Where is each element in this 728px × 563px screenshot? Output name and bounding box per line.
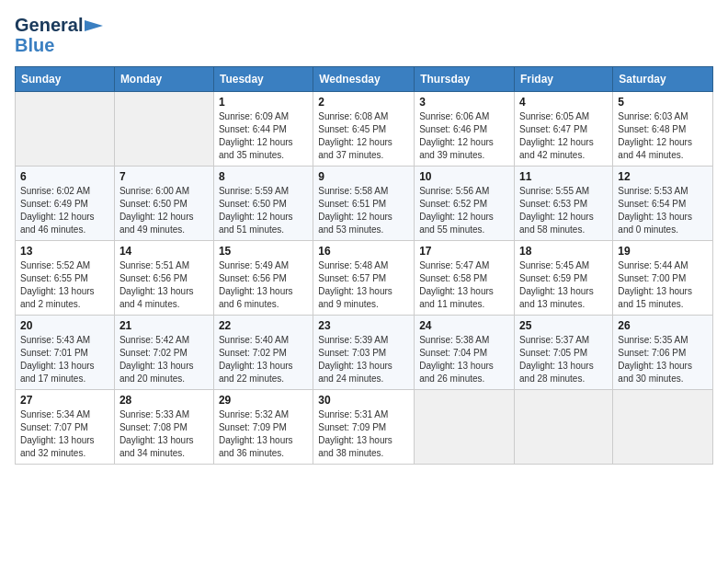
day-info: Sunrise: 5:53 AM Sunset: 6:54 PM Dayligh… [618,185,708,236]
day-info: Sunrise: 5:43 AM Sunset: 7:01 PM Dayligh… [20,334,109,385]
day-number: 10 [419,170,509,183]
day-cell [613,390,713,465]
day-cell: 6Sunrise: 6:02 AM Sunset: 6:49 PM Daylig… [16,167,115,241]
svg-marker-0 [85,20,103,31]
day-info: Sunrise: 5:40 AM Sunset: 7:02 PM Dayligh… [219,334,308,385]
day-number: 24 [419,319,509,332]
day-info: Sunrise: 5:44 AM Sunset: 7:00 PM Dayligh… [618,259,708,311]
col-header-saturday: Saturday [613,67,713,92]
day-number: 30 [318,394,409,407]
day-info: Sunrise: 5:35 AM Sunset: 7:06 PM Dayligh… [618,334,708,385]
day-cell: 7Sunrise: 6:00 AM Sunset: 6:50 PM Daylig… [114,167,213,241]
day-info: Sunrise: 5:34 AM Sunset: 7:07 PM Dayligh… [20,408,109,460]
col-header-wednesday: Wednesday [313,67,415,92]
day-info: Sunrise: 5:52 AM Sunset: 6:55 PM Dayligh… [20,259,109,311]
day-cell: 24Sunrise: 5:38 AM Sunset: 7:04 PM Dayli… [415,316,515,390]
day-cell: 28Sunrise: 5:33 AM Sunset: 7:08 PM Dayli… [114,390,213,465]
day-cell: 21Sunrise: 5:42 AM Sunset: 7:02 PM Dayli… [114,316,213,390]
day-info: Sunrise: 5:37 AM Sunset: 7:05 PM Dayligh… [519,334,608,385]
day-number: 14 [119,245,209,258]
day-cell: 18Sunrise: 5:45 AM Sunset: 6:59 PM Dayli… [515,241,613,316]
col-header-thursday: Thursday [415,67,515,92]
week-row-2: 6Sunrise: 6:02 AM Sunset: 6:49 PM Daylig… [16,167,713,241]
day-number: 29 [219,394,308,407]
week-row-5: 27Sunrise: 5:34 AM Sunset: 7:07 PM Dayli… [16,390,713,465]
day-info: Sunrise: 5:59 AM Sunset: 6:50 PM Dayligh… [219,185,308,236]
day-cell: 9Sunrise: 5:58 AM Sunset: 6:51 PM Daylig… [313,167,415,241]
day-info: Sunrise: 5:58 AM Sunset: 6:51 PM Dayligh… [318,185,409,236]
day-number: 2 [318,96,409,109]
day-number: 25 [519,319,608,332]
day-number: 15 [219,245,308,258]
day-info: Sunrise: 6:08 AM Sunset: 6:45 PM Dayligh… [318,110,409,162]
day-number: 4 [519,96,608,109]
day-cell: 27Sunrise: 5:34 AM Sunset: 7:07 PM Dayli… [16,390,115,465]
day-cell: 3Sunrise: 6:06 AM Sunset: 6:46 PM Daylig… [415,92,515,167]
day-cell: 4Sunrise: 6:05 AM Sunset: 6:47 PM Daylig… [515,92,613,167]
day-number: 7 [119,170,209,183]
day-number: 20 [20,319,109,332]
day-number: 28 [119,394,209,407]
day-cell: 12Sunrise: 5:53 AM Sunset: 6:54 PM Dayli… [613,167,713,241]
day-info: Sunrise: 5:49 AM Sunset: 6:56 PM Dayligh… [219,259,308,311]
col-header-tuesday: Tuesday [213,67,313,92]
day-info: Sunrise: 5:38 AM Sunset: 7:04 PM Dayligh… [419,334,509,385]
day-info: Sunrise: 6:05 AM Sunset: 6:47 PM Dayligh… [519,110,608,162]
day-cell: 22Sunrise: 5:40 AM Sunset: 7:02 PM Dayli… [213,316,313,390]
day-info: Sunrise: 5:51 AM Sunset: 6:56 PM Dayligh… [119,259,209,311]
day-number: 27 [20,394,109,407]
day-info: Sunrise: 5:55 AM Sunset: 6:53 PM Dayligh… [519,185,608,236]
day-cell: 30Sunrise: 5:31 AM Sunset: 7:09 PM Dayli… [313,390,415,465]
calendar-table: SundayMondayTuesdayWednesdayThursdayFrid… [15,66,713,465]
day-cell: 14Sunrise: 5:51 AM Sunset: 6:56 PM Dayli… [114,241,213,316]
day-info: Sunrise: 6:09 AM Sunset: 6:44 PM Dayligh… [219,110,308,162]
day-number: 19 [618,245,708,258]
day-cell: 8Sunrise: 5:59 AM Sunset: 6:50 PM Daylig… [213,167,313,241]
day-info: Sunrise: 6:03 AM Sunset: 6:48 PM Dayligh… [618,110,708,162]
day-number: 11 [519,170,608,183]
day-number: 17 [419,245,509,258]
day-info: Sunrise: 6:06 AM Sunset: 6:46 PM Dayligh… [419,110,509,162]
day-number: 3 [419,96,509,109]
day-number: 23 [318,319,409,332]
logo: GeneralBlue [15,15,103,55]
day-number: 21 [119,319,209,332]
day-cell: 26Sunrise: 5:35 AM Sunset: 7:06 PM Dayli… [613,316,713,390]
day-cell: 29Sunrise: 5:32 AM Sunset: 7:09 PM Dayli… [213,390,313,465]
day-cell [515,390,613,465]
day-cell: 17Sunrise: 5:47 AM Sunset: 6:58 PM Dayli… [415,241,515,316]
day-cell: 2Sunrise: 6:08 AM Sunset: 6:45 PM Daylig… [313,92,415,167]
day-cell: 11Sunrise: 5:55 AM Sunset: 6:53 PM Dayli… [515,167,613,241]
day-info: Sunrise: 5:31 AM Sunset: 7:09 PM Dayligh… [318,408,409,460]
day-cell: 16Sunrise: 5:48 AM Sunset: 6:57 PM Dayli… [313,241,415,316]
page-header: GeneralBlue [15,15,713,55]
col-header-monday: Monday [114,67,213,92]
day-cell [415,390,515,465]
day-cell [16,92,115,167]
day-number: 12 [618,170,708,183]
day-info: Sunrise: 6:02 AM Sunset: 6:49 PM Dayligh… [20,185,109,236]
day-number: 16 [318,245,409,258]
week-row-4: 20Sunrise: 5:43 AM Sunset: 7:01 PM Dayli… [16,316,713,390]
day-info: Sunrise: 5:33 AM Sunset: 7:08 PM Dayligh… [119,408,209,460]
day-number: 22 [219,319,308,332]
day-number: 18 [519,245,608,258]
day-cell: 1Sunrise: 6:09 AM Sunset: 6:44 PM Daylig… [213,92,313,167]
day-number: 5 [618,96,708,109]
day-number: 9 [318,170,409,183]
day-cell: 5Sunrise: 6:03 AM Sunset: 6:48 PM Daylig… [613,92,713,167]
week-row-3: 13Sunrise: 5:52 AM Sunset: 6:55 PM Dayli… [16,241,713,316]
day-info: Sunrise: 5:39 AM Sunset: 7:03 PM Dayligh… [318,334,409,385]
day-info: Sunrise: 5:42 AM Sunset: 7:02 PM Dayligh… [119,334,209,385]
day-cell: 19Sunrise: 5:44 AM Sunset: 7:00 PM Dayli… [613,241,713,316]
day-cell: 20Sunrise: 5:43 AM Sunset: 7:01 PM Dayli… [16,316,115,390]
day-cell: 10Sunrise: 5:56 AM Sunset: 6:52 PM Dayli… [415,167,515,241]
week-row-1: 1Sunrise: 6:09 AM Sunset: 6:44 PM Daylig… [16,92,713,167]
col-header-friday: Friday [515,67,613,92]
day-number: 26 [618,319,708,332]
day-cell [114,92,213,167]
day-cell: 23Sunrise: 5:39 AM Sunset: 7:03 PM Dayli… [313,316,415,390]
day-info: Sunrise: 6:00 AM Sunset: 6:50 PM Dayligh… [119,185,209,236]
day-number: 6 [20,170,109,183]
day-info: Sunrise: 5:56 AM Sunset: 6:52 PM Dayligh… [419,185,509,236]
